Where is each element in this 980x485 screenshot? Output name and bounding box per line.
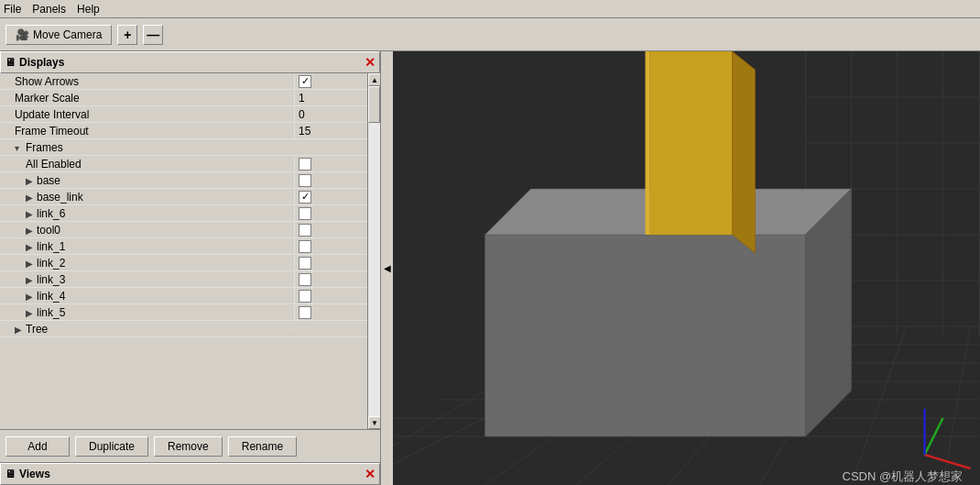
link-1-label[interactable]: ▶link_1	[0, 239, 294, 254]
move-camera-label: Move Camera	[33, 28, 102, 41]
frame-timeout-value: 15	[294, 124, 367, 138]
svg-text:CSDN @机器人梦想家: CSDN @机器人梦想家	[843, 469, 964, 483]
link-4-arrow[interactable]: ▶	[26, 292, 35, 302]
panel-collapse-handle[interactable]: ◀	[380, 51, 393, 485]
link-3-label[interactable]: ▶link_3	[0, 272, 294, 287]
base-link-checkbox[interactable]	[299, 191, 311, 204]
views-close-button[interactable]: ✕	[365, 467, 376, 481]
all-enabled-label: All Enabled	[0, 157, 294, 171]
link-5-arrow[interactable]: ▶	[26, 308, 35, 318]
link-4-value[interactable]	[294, 289, 367, 303]
menu-file[interactable]: File	[4, 3, 21, 16]
show-arrows-label: Show Arrows	[0, 74, 294, 89]
link-6-value[interactable]	[294, 206, 367, 221]
link-6-arrow[interactable]: ▶	[26, 209, 35, 219]
link-6-checkbox[interactable]	[299, 207, 311, 220]
views-title: Views	[19, 468, 50, 480]
update-interval-value: 0	[294, 107, 367, 122]
prop-show-arrows: Show Arrows	[0, 73, 367, 90]
link-1-value[interactable]	[294, 239, 367, 254]
link-2-arrow[interactable]: ▶	[26, 259, 35, 269]
prop-update-interval: Update Interval 0	[0, 106, 367, 123]
displays-content: Show Arrows Marker Scale 1 Update Interv…	[0, 73, 380, 429]
camera-icon: 🎥	[16, 28, 29, 41]
duplicate-button[interactable]: Duplicate	[75, 436, 148, 457]
prop-link-4: ▶link_4	[0, 288, 367, 304]
tree-label[interactable]: ▶Tree	[0, 322, 294, 336]
tool0-checkbox[interactable]	[299, 224, 311, 237]
prop-marker-scale: Marker Scale 1	[0, 90, 367, 106]
base-link-label[interactable]: ▶base_link	[0, 190, 294, 204]
prop-link-3: ▶link_3	[0, 271, 367, 288]
left-panel: 🖥 Displays ✕ Show Arrows Marker Scale 1	[0, 51, 380, 485]
base-checkbox[interactable]	[299, 174, 311, 187]
main-layout: 🖥 Displays ✕ Show Arrows Marker Scale 1	[0, 51, 980, 485]
views-icon: 🖥	[5, 468, 16, 480]
svg-marker-29	[650, 51, 733, 235]
scrollbar-track[interactable]	[368, 86, 380, 416]
scrollbar-vertical[interactable]: ▲ ▼	[367, 73, 380, 429]
views-header: 🖥 Views ✕	[0, 463, 380, 485]
base-label[interactable]: ▶base	[0, 173, 294, 188]
base-value[interactable]	[294, 173, 367, 188]
displays-title: Displays	[19, 56, 64, 69]
link-5-label[interactable]: ▶link_5	[0, 305, 294, 320]
all-enabled-checkbox[interactable]	[299, 158, 311, 171]
scene-svg: CSDN @机器人梦想家	[393, 51, 980, 485]
link-4-checkbox[interactable]	[299, 290, 311, 303]
tree-arrow[interactable]: ▶	[15, 325, 24, 335]
link-1-checkbox[interactable]	[299, 240, 311, 253]
link-3-checkbox[interactable]	[299, 273, 311, 286]
link-5-value[interactable]	[294, 305, 367, 320]
link-2-value[interactable]	[294, 256, 367, 270]
link-5-checkbox[interactable]	[299, 306, 311, 319]
marker-scale-label: Marker Scale	[0, 91, 294, 105]
menu-panels[interactable]: Panels	[32, 3, 66, 16]
add-button[interactable]: +	[117, 25, 137, 45]
prop-link-2: ▶link_2	[0, 255, 367, 271]
link-6-label[interactable]: ▶link_6	[0, 206, 294, 221]
tool0-arrow[interactable]: ▶	[26, 226, 35, 236]
displays-close-button[interactable]: ✕	[365, 55, 376, 70]
link-1-arrow[interactable]: ▶	[26, 242, 35, 252]
bottom-buttons: Add Duplicate Remove Rename	[0, 429, 380, 462]
views-section: 🖥 Views ✕	[0, 462, 380, 485]
move-camera-button[interactable]: 🎥 Move Camera	[5, 25, 112, 45]
add-button[interactable]: Add	[5, 436, 70, 457]
menu-help[interactable]: Help	[77, 3, 100, 16]
link-2-label[interactable]: ▶link_2	[0, 256, 294, 270]
svg-marker-26	[485, 235, 806, 436]
base-link-arrow[interactable]: ▶	[26, 193, 35, 203]
frames-group-label[interactable]: ▾Frames	[0, 140, 294, 155]
show-arrows-value[interactable]	[294, 74, 367, 89]
tool0-value[interactable]	[294, 223, 367, 237]
scrollbar-thumb[interactable]	[368, 86, 380, 123]
scroll-up-button[interactable]: ▲	[368, 73, 380, 86]
frames-arrow[interactable]: ▾	[15, 143, 24, 153]
prop-base-link: ▶base_link	[0, 189, 367, 205]
update-interval-label: Update Interval	[0, 107, 294, 122]
scroll-down-button[interactable]: ▼	[368, 416, 380, 429]
remove-button[interactable]: Remove	[154, 436, 223, 457]
viewport[interactable]: CSDN @机器人梦想家	[393, 51, 980, 485]
link-2-checkbox[interactable]	[299, 257, 311, 270]
displays-title-container: 🖥 Displays	[5, 56, 64, 69]
collapse-arrow-icon: ◀	[384, 263, 391, 273]
prop-tree[interactable]: ▶Tree	[0, 321, 367, 337]
link-3-value[interactable]	[294, 272, 367, 287]
link-3-arrow[interactable]: ▶	[26, 275, 35, 285]
marker-scale-value: 1	[294, 91, 367, 105]
base-arrow[interactable]: ▶	[26, 176, 35, 186]
prop-tool0: ▶tool0	[0, 222, 367, 238]
all-enabled-value[interactable]	[294, 157, 367, 171]
tool0-label[interactable]: ▶tool0	[0, 223, 294, 237]
prop-base: ▶base	[0, 172, 367, 189]
rename-button[interactable]: Rename	[228, 436, 297, 457]
show-arrows-checkbox[interactable]	[299, 75, 311, 88]
base-link-value[interactable]	[294, 190, 367, 204]
minus-button[interactable]: —	[143, 25, 163, 45]
link-4-label[interactable]: ▶link_4	[0, 289, 294, 303]
displays-table[interactable]: Show Arrows Marker Scale 1 Update Interv…	[0, 73, 367, 429]
prop-frames-group[interactable]: ▾Frames	[0, 139, 367, 156]
tree-value	[294, 328, 367, 330]
